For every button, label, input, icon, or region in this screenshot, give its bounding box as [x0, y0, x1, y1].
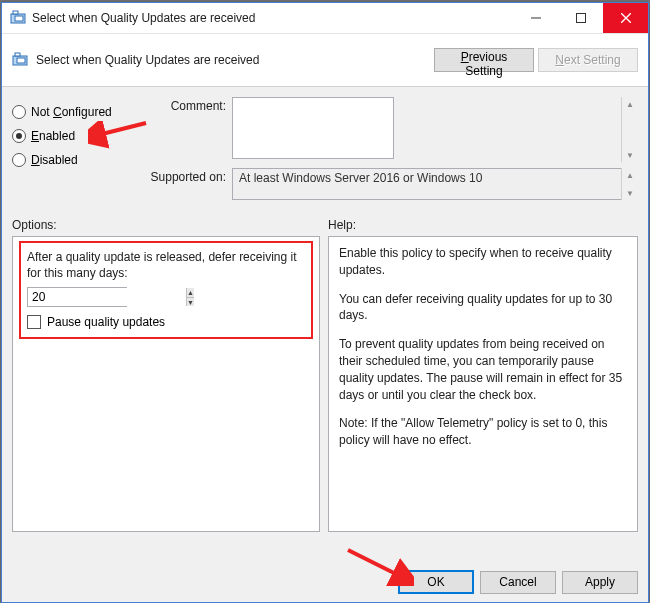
- ok-button[interactable]: OK: [398, 570, 474, 594]
- comment-textarea[interactable]: [232, 97, 394, 159]
- state-radio-group: Not Configured Enabled Disabled: [12, 97, 142, 206]
- pause-updates-checkbox[interactable]: Pause quality updates: [27, 315, 305, 329]
- help-text: Enable this policy to specify when to re…: [339, 245, 627, 449]
- checkbox-icon: [27, 315, 41, 329]
- next-setting-button: Next Setting: [538, 48, 638, 72]
- options-heading: Options:: [12, 218, 57, 232]
- pause-updates-label: Pause quality updates: [47, 315, 165, 329]
- scroll-down-icon: ▼: [622, 186, 638, 200]
- annotation-red-box: After a quality update is released, defe…: [19, 241, 313, 339]
- top-section: Not Configured Enabled Disabled Comment: [12, 97, 638, 206]
- defer-days-spinner[interactable]: ▲ ▼: [27, 287, 127, 307]
- cancel-button[interactable]: Cancel: [480, 571, 556, 594]
- scroll-up-icon: ▲: [622, 168, 638, 182]
- window-controls: [513, 3, 648, 33]
- middle-panes: After a quality update is released, defe…: [12, 236, 638, 556]
- policy-icon: [12, 52, 28, 68]
- titlebar: Select when Quality Updates are received: [2, 3, 648, 34]
- comment-label: Comment:: [142, 97, 232, 162]
- fields-column: Comment: ▲ ▼ Supported on: At least Wind…: [142, 97, 638, 206]
- scroll-down-icon[interactable]: ▼: [622, 148, 638, 162]
- supported-on-label: Supported on:: [142, 168, 232, 200]
- previous-setting-button[interactable]: Previous Setting: [434, 48, 534, 72]
- policy-title: Select when Quality Updates are received: [36, 53, 430, 67]
- svg-rect-8: [15, 53, 20, 56]
- supported-on-value: At least Windows Server 2016 or Windows …: [232, 168, 638, 200]
- app-icon: [10, 10, 26, 26]
- dialog-window: Select when Quality Updates are received…: [1, 2, 649, 603]
- dialog-footer: OK Cancel Apply: [2, 562, 648, 602]
- defer-days-input[interactable]: [28, 288, 186, 306]
- minimize-button[interactable]: [513, 3, 558, 33]
- svg-rect-2: [15, 16, 23, 21]
- spin-down-icon[interactable]: ▼: [187, 298, 194, 307]
- header-bar: Select when Quality Updates are received…: [2, 34, 648, 87]
- radio-dot-icon: [12, 129, 26, 143]
- maximize-button[interactable]: [558, 3, 603, 33]
- svg-rect-1: [13, 11, 18, 14]
- comment-scrollbar[interactable]: ▲ ▼: [621, 97, 638, 162]
- dialog-body: Not Configured Enabled Disabled Comment: [2, 87, 648, 562]
- section-labels: Options: Help:: [12, 218, 638, 232]
- apply-button[interactable]: Apply: [562, 571, 638, 594]
- scroll-up-icon[interactable]: ▲: [622, 97, 638, 111]
- radio-enabled[interactable]: Enabled: [12, 129, 142, 143]
- radio-dot-icon: [12, 153, 26, 167]
- svg-rect-9: [17, 58, 25, 63]
- defer-days-label: After a quality update is released, defe…: [27, 249, 305, 281]
- radio-disabled[interactable]: Disabled: [12, 153, 142, 167]
- help-pane: Enable this policy to specify when to re…: [328, 236, 638, 532]
- close-button[interactable]: [603, 3, 648, 33]
- window-title: Select when Quality Updates are received: [32, 11, 513, 25]
- radio-not-configured[interactable]: Not Configured: [12, 105, 142, 119]
- supported-scrollbar: ▲ ▼: [621, 168, 638, 200]
- spin-up-icon[interactable]: ▲: [187, 288, 194, 298]
- help-heading: Help:: [328, 218, 356, 232]
- radio-dot-icon: [12, 105, 26, 119]
- options-pane: After a quality update is released, defe…: [12, 236, 320, 532]
- svg-rect-4: [576, 14, 585, 23]
